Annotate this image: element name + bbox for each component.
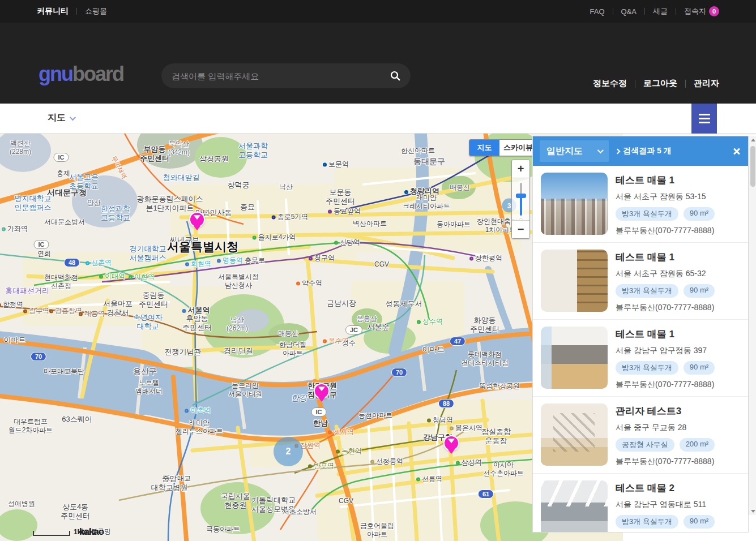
admin-link[interactable]: 관리자 [694,78,719,89]
zoom-slider-handle[interactable] [516,194,526,198]
property-marker-icon[interactable] [445,436,458,450]
property-marker-icon[interactable] [315,384,328,398]
chevron-down-icon [597,147,604,153]
panel-scrollbar[interactable] [749,136,756,515]
listing-card[interactable]: 테스트 매물 1 서울 서초구 잠원동 65-32 방3개 욕실두개 90 m²… [533,243,748,320]
scale-line [33,531,70,536]
map-label: 뚝섬한강공원 [479,382,520,390]
map-label: 성수 [342,339,356,347]
map-label: 홍대패션거리 [5,286,49,295]
chevron-right-icon [615,148,621,154]
map-label: 대우트럼프 월드2차아파트 [8,418,53,435]
listing-title: 관리자 테스트3 [616,405,715,418]
map-label: 성동세무서 [386,299,422,308]
zoom-slider-track [520,183,522,216]
listing-address: 서울 중구 무교동 28 [616,423,715,433]
listing-card[interactable]: 관리자 테스트3 서울 중구 무교동 28 공장형 사무실 200 m² 블루부… [533,397,748,474]
community-link[interactable]: 커뮤니티 [37,6,69,16]
scroll-up-arrow[interactable] [749,136,756,144]
map-label: 동묘앞역 [328,207,361,216]
listing-card[interactable]: 테스트 매물 1 서울 서초구 잠원동 53-15 방3개 욕실두개 90 m²… [533,166,748,243]
visitors-label: 접속자 [684,6,706,16]
site-logo[interactable]: gnuboard [39,62,123,86]
station-dot-icon [309,257,313,261]
scrollbar-thumb[interactable] [750,146,755,187]
map-label: 숙명여자 대학교 [133,313,163,332]
route-badge: IC [54,153,69,162]
station-dot-icon [79,312,83,316]
station-dot-icon [336,450,340,454]
route-badge: JC [345,325,362,334]
route-badge: 70 [391,368,407,377]
faq-link[interactable]: FAQ [590,7,605,16]
station-dot-icon [296,282,300,286]
station-dot-icon [182,309,186,313]
menu-toggle-button[interactable] [691,104,717,134]
scroll-down-arrow[interactable] [749,507,756,515]
marker-cluster[interactable]: 2 [274,437,303,466]
listing-agency: 블루부동산(070-7777-8888) [616,303,715,313]
nav-item-map[interactable]: 지도 [48,112,74,124]
map-label: 보문역 [323,160,349,169]
map-label: 봉은사역 [450,424,482,432]
listing-card[interactable]: 테스트 매물 2 서울 강남구 영동대로 511 방3개 욕실두개 90 m² … [533,474,748,533]
map-label: 경기대학교 서울캠퍼스 [130,244,166,263]
map-label: 성수역 [417,317,443,326]
listing-photo [541,173,608,235]
map-label: 서울과학 고등학교 [238,141,268,160]
station-dot-icon [404,190,408,194]
station-dot-icon [185,263,189,267]
search-icon[interactable] [390,71,400,81]
logout-link[interactable]: 로그아웃 [643,78,677,89]
qna-link[interactable]: Q&A [621,7,637,16]
map-label: 회현역 [185,260,211,268]
listing-card[interactable]: 테스트 매물 1 서울 강남구 압구정동 397 방3개 욕실두개 90 m² … [533,320,748,397]
divider [685,80,686,88]
property-marker-icon[interactable] [190,213,204,226]
zoom-slider[interactable] [512,178,529,220]
search-input[interactable] [172,71,390,81]
map-view-button[interactable]: 지도 [469,140,499,156]
map-label: 한강 [291,393,307,403]
station-dot-icon [328,431,332,435]
listing-agency: 블루부동산(070-7777-8888) [616,380,715,390]
map-label: 이대역 [99,272,125,281]
map-label: 종묘 [240,203,255,212]
listing-address: 서울 서초구 잠원동 53-15 [616,192,715,202]
close-icon[interactable] [732,147,741,156]
listing-info: 관리자 테스트3 서울 중구 무교동 28 공장형 사무실 200 m² 블루부… [616,403,715,467]
new-posts-link[interactable]: 새글 [653,6,668,16]
rooms-badge: 방3개 욕실두개 [616,515,678,529]
map-type-select[interactable]: 일반지도 [540,140,609,162]
map-label: 연희 [37,250,51,258]
station-dot-icon [308,465,312,469]
edit-info-link[interactable]: 정보수정 [593,78,627,89]
map-label: 을지로4가역 [253,233,296,242]
map-label: 신사역 [328,428,354,436]
listing-photo [541,403,608,466]
station-dot-icon [217,259,221,263]
station-dot-icon [185,409,189,413]
area-badge: 90 m² [684,284,715,298]
zoom-in-button[interactable]: + [512,160,529,178]
visitors-link[interactable]: 접속자 0 [684,6,719,16]
map-label: 삼성역 [456,458,482,467]
map-label: 화양동 주민센터 [470,316,499,334]
map-label: 낙산 [279,183,293,191]
station-dot-icon [450,427,454,431]
map-label: 창덕궁 [228,181,250,190]
hamburger-icon [699,114,710,115]
map-label: 아시아 선수촌아파트 [483,461,524,478]
shop-link[interactable]: 쇼핑몰 [85,6,107,16]
map-label: 한남더힐 아파트 [279,341,306,358]
listing-photo [541,327,608,389]
station-dot-icon [129,276,133,280]
map-label: 중앙 대학교병원 [151,474,188,493]
map-label: 국립서울 현충원 [221,492,250,510]
zoom-out-button[interactable]: − [512,220,529,238]
skyview-button[interactable]: 스카이뷰 [499,140,537,156]
map-label: 약수역 [296,279,322,287]
kakao-map[interactable]: 백련산 (228m)홍제명지대학교 인문캠퍼스서대문구청서울고은 초등학교안산한… [0,134,623,541]
map-label: 한남 [313,419,328,428]
map-label: 서울역 [182,306,210,315]
